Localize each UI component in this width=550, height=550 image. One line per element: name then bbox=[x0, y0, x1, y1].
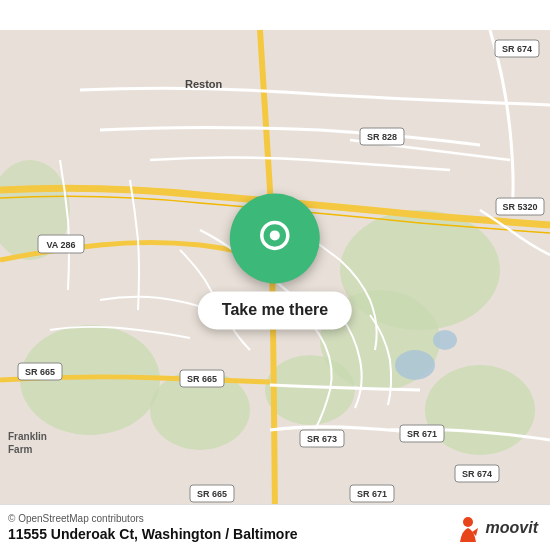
svg-text:SR 665: SR 665 bbox=[25, 367, 55, 377]
svg-text:SR 674: SR 674 bbox=[462, 469, 492, 479]
svg-text:SR 671: SR 671 bbox=[407, 429, 437, 439]
svg-text:Reston: Reston bbox=[185, 78, 223, 90]
svg-text:SR 674: SR 674 bbox=[502, 44, 532, 54]
svg-text:SR 665: SR 665 bbox=[197, 489, 227, 499]
svg-text:VA 286: VA 286 bbox=[46, 240, 75, 250]
svg-point-37 bbox=[463, 517, 473, 527]
location-card: Take me there bbox=[198, 193, 352, 329]
moovit-icon bbox=[454, 514, 482, 542]
svg-point-36 bbox=[270, 230, 280, 240]
svg-text:Franklin: Franklin bbox=[8, 431, 47, 442]
take-me-there-button[interactable]: Take me there bbox=[198, 291, 352, 329]
svg-text:SR 665: SR 665 bbox=[187, 374, 217, 384]
svg-text:SR 671: SR 671 bbox=[357, 489, 387, 499]
svg-point-8 bbox=[395, 350, 435, 380]
svg-point-5 bbox=[265, 355, 355, 425]
address-label: 11555 Underoak Ct, Washington / Baltimor… bbox=[8, 526, 298, 542]
svg-text:Farm: Farm bbox=[8, 444, 33, 455]
map-attribution: © OpenStreetMap contributors bbox=[8, 513, 298, 524]
svg-point-9 bbox=[433, 330, 457, 350]
bottom-bar: © OpenStreetMap contributors 11555 Under… bbox=[0, 504, 550, 550]
moovit-brand-name: moovit bbox=[486, 519, 538, 537]
map-container: Reston VA 286 SR 674 SR 828 SR 5320 SR 6… bbox=[0, 0, 550, 550]
bottom-left: © OpenStreetMap contributors 11555 Under… bbox=[8, 513, 298, 542]
pin-icon bbox=[253, 216, 297, 260]
moovit-logo: moovit bbox=[454, 514, 538, 542]
svg-text:SR 5320: SR 5320 bbox=[502, 202, 537, 212]
svg-text:SR 673: SR 673 bbox=[307, 434, 337, 444]
pin-marker bbox=[230, 193, 320, 283]
svg-text:SR 828: SR 828 bbox=[367, 132, 397, 142]
